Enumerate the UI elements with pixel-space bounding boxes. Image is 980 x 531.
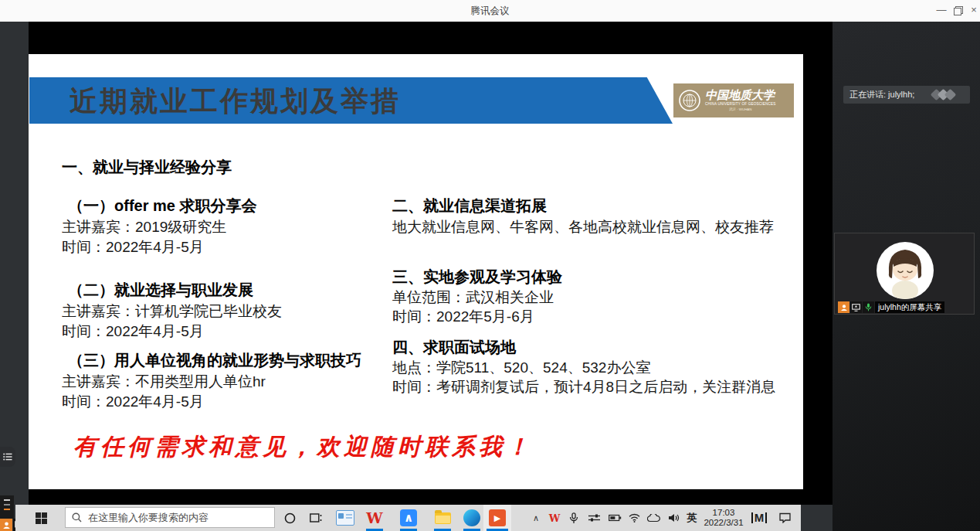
task-view-button[interactable] — [304, 505, 327, 531]
share-toolbar-edge — [0, 495, 14, 519]
university-name-cn: 中国地质大学 — [705, 90, 776, 101]
section-line: 时间：2022年4月-5月 — [62, 392, 204, 412]
search-input[interactable] — [86, 511, 274, 524]
participant-icon — [0, 519, 12, 531]
wps-office-icon: W — [366, 509, 382, 526]
university-logo: 中国地质大学 CHINA UNIVERSITY OF GEOSCIENCES 武… — [673, 83, 794, 117]
tray-battery-icon[interactable] — [605, 505, 624, 531]
wps-presentation-button-active[interactable]: ▶ — [483, 505, 511, 531]
restore-button[interactable] — [951, 3, 965, 17]
section-line: 时间：2022年4月-5月 — [62, 322, 204, 342]
wps-office-button[interactable]: W — [363, 505, 386, 531]
start-button[interactable] — [36, 512, 47, 524]
microphone-icon — [863, 301, 874, 313]
tray-cloud-icon[interactable] — [644, 505, 663, 531]
speaking-label: 正在讲话: julylhh; — [849, 89, 914, 100]
edge-browser-button[interactable] — [460, 505, 483, 531]
section-line: 主讲嘉宾：不用类型用人单位hr — [62, 372, 266, 392]
file-explorer-button[interactable] — [431, 505, 454, 531]
section-heading: （一）offer me 求职分享会 — [68, 196, 256, 216]
section-heading: 一、就业与择业经验分享 — [62, 157, 232, 178]
tray-date: 2022/3/31 — [704, 518, 743, 528]
slide-title: 近期就业工作规划及举措 — [70, 77, 401, 124]
presentation-slide: 近期就业工作规划及举措 中国地质大学 CHINA UNIVERSITY OF G… — [29, 54, 803, 489]
section-line: 地大就业信息网、牛客网、各地高校就业信息网、校友推荐 — [392, 217, 774, 237]
tray-time: 17:03 — [713, 508, 735, 518]
tray-microphone-icon[interactable] — [565, 505, 582, 531]
section-heading: 三、实地参观及学习体验 — [392, 267, 562, 288]
section-line: 主讲嘉宾：2019级研究生 — [62, 217, 226, 237]
speaking-indicator: 正在讲话: julylhh; — [843, 86, 970, 104]
section-heading: （二）就业选择与职业发展 — [68, 280, 253, 301]
action-center-icon — [779, 512, 791, 523]
tencent-meeting-button[interactable]: ∧ — [397, 505, 420, 531]
minimize-button[interactable]: — — [934, 3, 948, 17]
windows-taskbar: W ∧ ▶ ∧ W 英 17:03 2022/3/31 M — [15, 505, 801, 531]
thumbnail-share-label: julylhh的屏幕共享 — [875, 301, 944, 313]
edge-browser-icon — [463, 509, 480, 526]
section-line: 时间：考研调剂复试后，预计4月8日之后启动，关注群消息 — [392, 377, 775, 397]
tray-m-app-icon[interactable]: M — [748, 505, 771, 531]
window-titlebar: 腾讯会议 — × — [0, 0, 980, 22]
cortana-icon — [284, 512, 296, 524]
tray-clock[interactable]: 17:03 2022/3/31 — [701, 505, 746, 531]
tray-wifi-icon[interactable] — [626, 505, 643, 531]
participant-icon — [838, 301, 849, 313]
cortana-button[interactable] — [278, 505, 301, 531]
contacts-app-button[interactable] — [334, 505, 357, 531]
section-heading: 二、就业信息渠道拓展 — [392, 196, 547, 216]
wps-presentation-icon: ▶ — [489, 509, 506, 526]
sidebar-toggle-tab[interactable] — [0, 447, 15, 467]
file-explorer-icon — [435, 512, 451, 524]
tray-expand-button[interactable]: ∧ — [528, 505, 544, 531]
section-heading: （三）用人单位视角的就业形势与求职技巧 — [68, 350, 361, 371]
taskbar-search[interactable] — [65, 507, 275, 528]
thumbnail-status-row: julylhh的屏幕共享 — [838, 301, 944, 313]
tencent-meeting-icon: ∧ — [400, 509, 417, 526]
meeting-sidebar: 正在讲话: julylhh; — [832, 22, 980, 531]
university-name-en: CHINA UNIVERSITY OF GEOSCIENCES — [705, 103, 776, 107]
section-heading: 四、求职面试场地 — [392, 337, 516, 358]
close-button[interactable]: × — [967, 3, 980, 17]
section-line: 地点：学院511、520、524、532办公室 — [392, 358, 650, 378]
screen-share-icon — [850, 301, 862, 313]
ime-language-indicator[interactable]: 英 — [684, 505, 700, 531]
action-center-button[interactable] — [774, 505, 795, 531]
university-name-sub: 武汉 · WUHAN — [705, 108, 776, 111]
contacts-app-icon — [336, 510, 354, 526]
slide-title-banner: 近期就业工作规划及举措 — [29, 77, 673, 124]
window-title: 腾讯会议 — [0, 5, 980, 18]
section-line: 主讲嘉宾：计算机学院已毕业校友 — [62, 301, 282, 322]
section-line: 时间：2022年5月-6月 — [392, 307, 534, 327]
tray-audio-settings-icon[interactable] — [585, 505, 602, 531]
tray-wps-icon[interactable]: W — [547, 505, 562, 531]
audio-wave-icon — [930, 89, 956, 100]
tray-volume-icon[interactable] — [664, 505, 683, 531]
contact-note: 有任何需求和意见，欢迎随时联系我！ — [73, 431, 533, 463]
section-line: 时间：2022年4月-5月 — [62, 237, 204, 257]
section-line: 单位范围：武汉相关企业 — [392, 288, 554, 308]
university-emblem-icon — [678, 89, 701, 112]
search-icon — [72, 512, 82, 522]
list-icon — [3, 453, 12, 461]
avatar — [877, 242, 934, 299]
participant-video-thumbnail[interactable]: julylhh的屏幕共享 — [834, 233, 975, 315]
task-view-icon — [310, 512, 323, 523]
